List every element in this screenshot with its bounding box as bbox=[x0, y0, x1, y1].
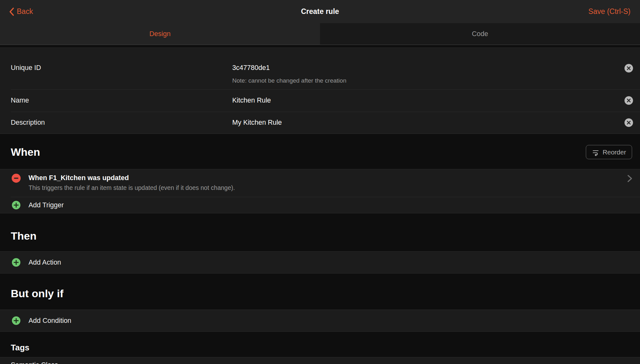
unique-id-value[interactable]: 3c47780de1 bbox=[232, 64, 270, 72]
page-gap bbox=[0, 45, 640, 47]
tab-code[interactable]: Code bbox=[320, 23, 640, 45]
then-card: Add Action bbox=[0, 251, 640, 273]
tags-section-header: Tags bbox=[0, 332, 640, 357]
reorder-label: Reorder bbox=[603, 148, 626, 156]
tab-code-label: Code bbox=[472, 30, 488, 38]
but-only-if-title: But only if bbox=[11, 287, 63, 300]
add-trigger-label: Add Trigger bbox=[29, 201, 64, 209]
plus-circle-icon bbox=[12, 258, 21, 267]
tab-bar: Design Code bbox=[0, 23, 640, 45]
save-button[interactable]: Save (Ctrl-S) bbox=[588, 7, 630, 16]
add-condition-button[interactable]: Add Condition bbox=[0, 310, 640, 331]
navbar: Back Create rule Save (Ctrl-S) bbox=[0, 0, 640, 23]
description-label: Description bbox=[11, 119, 45, 127]
add-trigger-button[interactable]: Add Trigger bbox=[0, 197, 640, 213]
unique-id-note: Note: cannot be changed after the creati… bbox=[232, 77, 346, 84]
tags-title: Tags bbox=[11, 343, 29, 353]
then-title: Then bbox=[11, 230, 36, 242]
trigger-row[interactable]: When F1_Kitchen was updated This trigger… bbox=[0, 169, 640, 197]
trigger-title: When F1_Kitchen was updated bbox=[29, 174, 129, 182]
clear-unique-id-button[interactable] bbox=[624, 64, 633, 72]
rule-info-card: Unique ID 3c47780de1 Note: cannot be cha… bbox=[0, 47, 640, 134]
unique-id-label: Unique ID bbox=[11, 64, 41, 72]
tab-design[interactable]: Design bbox=[0, 23, 320, 45]
then-section-header: Then bbox=[0, 213, 640, 251]
chevron-left-icon bbox=[9, 7, 14, 16]
clear-name-button[interactable] bbox=[624, 96, 633, 105]
plus-circle-icon bbox=[12, 316, 21, 325]
trigger-subtitle: This triggers the rule if an item state … bbox=[29, 184, 235, 191]
reorder-button[interactable]: Reorder bbox=[586, 145, 632, 159]
add-action-button[interactable]: Add Action bbox=[0, 252, 640, 273]
condition-card: Add Condition bbox=[0, 310, 640, 332]
name-label: Name bbox=[11, 97, 29, 104]
back-label: Back bbox=[17, 7, 33, 16]
add-condition-label: Add Condition bbox=[29, 317, 71, 325]
unique-id-row: Unique ID 3c47780de1 Note: cannot be cha… bbox=[0, 48, 640, 89]
add-action-label: Add Action bbox=[29, 259, 61, 267]
page-title: Create rule bbox=[301, 7, 339, 16]
but-only-if-section-header: But only if bbox=[0, 273, 640, 310]
description-value[interactable]: My Kitchen Rule bbox=[232, 119, 282, 127]
chevron-right-icon bbox=[627, 174, 632, 183]
when-section-header: When Reorder bbox=[0, 134, 640, 169]
semantic-class-label: Semantic Class bbox=[11, 361, 58, 364]
clear-description-button[interactable] bbox=[624, 118, 633, 127]
description-row: Description My Kitchen Rule bbox=[0, 112, 640, 134]
name-row: Name Kitchen Rule bbox=[0, 90, 640, 112]
back-button[interactable]: Back bbox=[9, 7, 33, 16]
plus-circle-icon bbox=[12, 201, 21, 210]
when-card: When F1_Kitchen was updated This trigger… bbox=[0, 169, 640, 213]
remove-trigger-icon[interactable] bbox=[11, 173, 21, 183]
tab-design-label: Design bbox=[150, 30, 171, 38]
name-value[interactable]: Kitchen Rule bbox=[232, 97, 271, 104]
tags-card: Semantic Class bbox=[0, 357, 640, 364]
semantic-class-row[interactable]: Semantic Class bbox=[0, 357, 640, 364]
reorder-icon bbox=[592, 148, 599, 156]
when-title: When bbox=[11, 146, 40, 158]
